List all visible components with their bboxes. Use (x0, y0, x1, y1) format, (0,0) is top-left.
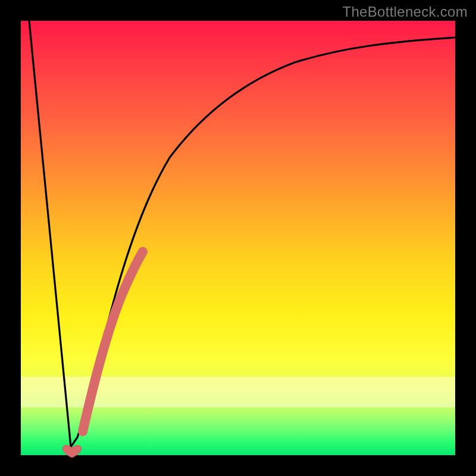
highlight-segment (83, 252, 143, 431)
plot-area (21, 21, 455, 455)
watermark-text: TheBottleneck.com (342, 4, 468, 20)
optimum-marker (62, 445, 82, 458)
chart-frame: TheBottleneck.com (0, 0, 476, 476)
curve-layer (21, 21, 455, 455)
